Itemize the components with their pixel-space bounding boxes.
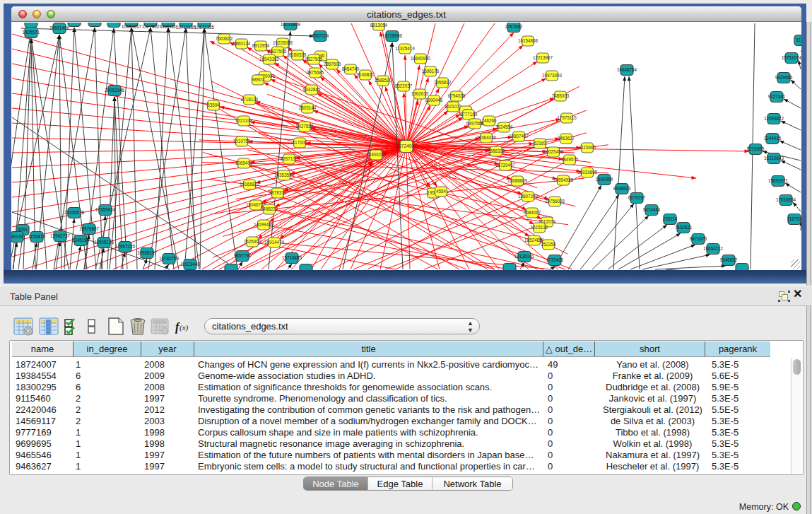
svg-text:1362615: 1362615 <box>411 91 429 96</box>
svg-text:1244415: 1244415 <box>764 136 782 141</box>
svg-text:7663822: 7663822 <box>216 36 233 41</box>
svg-text:10688609: 10688609 <box>507 178 528 183</box>
svg-text:18724007: 18724007 <box>396 144 417 148</box>
svg-text:6497568: 6497568 <box>466 121 484 126</box>
svg-text:12093872: 12093872 <box>764 116 784 121</box>
svg-text:8186328: 8186328 <box>289 52 307 57</box>
svg-text:25300235: 25300235 <box>366 152 387 157</box>
svg-text:19654923: 19654923 <box>553 177 574 182</box>
svg-text:10807487: 10807487 <box>509 134 529 139</box>
svg-text:39139: 39139 <box>11 234 23 239</box>
svg-text:1696176: 1696176 <box>422 69 440 74</box>
svg-text:116753: 116753 <box>787 216 801 221</box>
svg-text:9777169: 9777169 <box>460 112 478 117</box>
svg-text:16210643: 16210643 <box>764 156 784 160</box>
svg-text:17975115: 17975115 <box>557 115 577 120</box>
svg-text:15720407: 15720407 <box>495 163 516 168</box>
svg-text:15716485: 15716485 <box>282 255 302 260</box>
svg-text:20364436: 20364436 <box>476 135 497 140</box>
svg-text:9146821: 9146821 <box>357 72 375 77</box>
svg-text:10025458: 10025458 <box>543 149 564 154</box>
svg-text:9463627: 9463627 <box>558 136 575 141</box>
svg-text:17359924: 17359924 <box>95 207 116 212</box>
svg-text:1156819: 1156819 <box>28 234 46 239</box>
svg-text:1065490: 1065490 <box>235 160 253 165</box>
svg-text:1733426: 1733426 <box>546 257 564 262</box>
svg-text:16914479: 16914479 <box>264 240 285 245</box>
svg-text:19166827: 19166827 <box>240 182 260 187</box>
svg-text:8813054: 8813054 <box>370 23 388 28</box>
svg-text:10719185: 10719185 <box>176 25 196 30</box>
svg-text:17016504: 17016504 <box>776 197 796 202</box>
svg-text:14136141: 14136141 <box>514 254 535 259</box>
svg-text:7986322: 7986322 <box>488 148 505 153</box>
svg-text:1588520: 1588520 <box>375 78 392 83</box>
svg-text:16543382: 16543382 <box>259 57 280 62</box>
svg-text:2087682: 2087682 <box>505 24 523 29</box>
svg-text:98901: 98901 <box>252 77 264 82</box>
svg-text:3875685: 3875685 <box>307 70 324 75</box>
svg-text:6466160: 6466160 <box>160 24 177 29</box>
svg-text:3498222: 3498222 <box>261 206 278 211</box>
svg-text:8912954: 8912954 <box>252 43 270 48</box>
svg-text:16782759: 16782759 <box>159 256 180 261</box>
svg-text:3624554: 3624554 <box>495 124 513 129</box>
svg-text:20053346: 20053346 <box>105 88 125 93</box>
svg-text:1112: 1112 <box>796 37 801 42</box>
svg-text:1010755: 1010755 <box>233 139 251 144</box>
svg-text:8471676: 8471676 <box>690 236 707 241</box>
svg-text:746266: 746266 <box>481 118 497 123</box>
svg-text:6679197: 6679197 <box>628 195 646 200</box>
svg-text:10756928: 10756928 <box>545 199 565 204</box>
svg-text:9329966: 9329966 <box>775 75 793 80</box>
svg-text:7625402: 7625402 <box>244 239 261 244</box>
svg-text:1615132: 1615132 <box>531 225 548 230</box>
svg-text:10958107: 10958107 <box>137 250 158 255</box>
svg-text:12505135: 12505135 <box>94 240 114 245</box>
svg-text:2803144: 2803144 <box>299 105 317 110</box>
svg-text:10654112: 10654112 <box>703 246 723 251</box>
svg-text:19218506: 19218506 <box>382 33 403 38</box>
svg-text:17957225: 17957225 <box>115 244 136 249</box>
svg-text:9857791: 9857791 <box>234 253 252 258</box>
svg-text:10973493: 10973493 <box>542 73 563 78</box>
svg-text:62160: 62160 <box>534 141 546 146</box>
svg-text:2867608: 2867608 <box>324 62 341 66</box>
svg-text:(x): (x) <box>180 323 189 332</box>
svg-text:7632621: 7632621 <box>675 225 693 230</box>
svg-text:1527602: 1527602 <box>142 24 160 29</box>
svg-text:7485003: 7485003 <box>552 93 570 98</box>
svg-text:2718126: 2718126 <box>241 97 259 102</box>
svg-text:1345194: 1345194 <box>72 238 90 243</box>
svg-text:16919695: 16919695 <box>577 170 598 175</box>
svg-text:8860124: 8860124 <box>233 41 251 46</box>
svg-text:20691406: 20691406 <box>49 25 70 30</box>
svg-text:9115460: 9115460 <box>579 145 596 150</box>
svg-text:9227341: 9227341 <box>768 94 786 99</box>
svg-text:9245652: 9245652 <box>720 257 738 262</box>
svg-text:16640910: 16640910 <box>411 56 431 61</box>
svg-text:20206576: 20206576 <box>64 210 85 215</box>
svg-text:1640954: 1640954 <box>596 177 613 182</box>
svg-text:8938923: 8938923 <box>613 186 631 191</box>
svg-text:53594: 53594 <box>207 103 220 107</box>
svg-text:8878332: 8878332 <box>269 190 287 195</box>
svg-text:9084067: 9084067 <box>524 210 541 215</box>
svg-text:15692971: 15692971 <box>768 178 789 183</box>
svg-text:16648764: 16648764 <box>617 67 637 72</box>
svg-text:8427552: 8427552 <box>296 124 314 129</box>
svg-text:15226058: 15226058 <box>273 40 293 45</box>
svg-text:8215955: 8215955 <box>747 146 765 151</box>
svg-text:8322037: 8322037 <box>395 83 413 88</box>
svg-text:7955812: 7955812 <box>434 80 452 85</box>
svg-text:16033809: 16033809 <box>281 23 301 27</box>
svg-text:11325419: 11325419 <box>395 46 415 51</box>
svg-text:12942737: 12942737 <box>50 233 71 238</box>
svg-text:11923448: 11923448 <box>180 262 200 267</box>
svg-text:252254: 252254 <box>541 242 556 247</box>
svg-text:7357224: 7357224 <box>312 33 329 38</box>
svg-text:9474444: 9474444 <box>643 207 661 212</box>
svg-text:19975867: 19975867 <box>79 226 100 231</box>
svg-text:6794028: 6794028 <box>448 93 466 98</box>
svg-text:1405571: 1405571 <box>23 30 40 35</box>
